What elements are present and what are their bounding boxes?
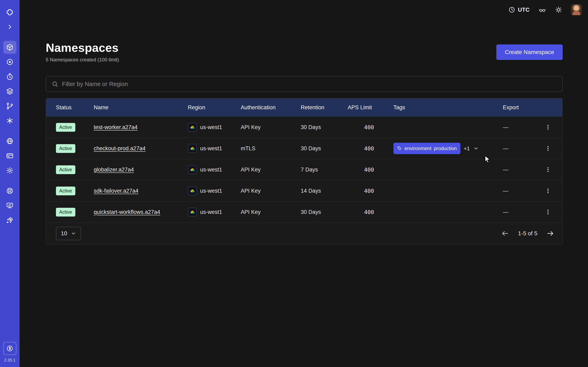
namespace-link[interactable]: test-worker.a27a4 (94, 124, 138, 130)
status-badge: Active (56, 144, 75, 153)
app-version: 2.35.1 (4, 358, 16, 363)
tag-expand-chevron-icon[interactable] (473, 146, 479, 151)
col-export: Export (503, 104, 542, 111)
table-row: Active globalizer.a27a4 us-west1 API Key… (46, 159, 562, 180)
page-title: Namespaces (46, 41, 119, 54)
status-badge: Active (56, 187, 75, 195)
auth-method: API Key (241, 167, 301, 173)
retention-value: 30 Days (301, 145, 348, 152)
namespace-link[interactable]: checkout-prod.a27a4 (94, 145, 146, 151)
col-name: Name (94, 104, 188, 111)
table-footer: 10 1-5 of 5 (46, 222, 562, 244)
chevron-down-icon (71, 231, 76, 236)
sidebar-expand-chevron-icon[interactable] (3, 20, 16, 33)
filter-bar (46, 76, 563, 92)
col-region: Region (188, 104, 241, 111)
main-content: Namespaces 5 Namespaces created (100 lim… (46, 20, 563, 244)
usage-icon[interactable] (3, 342, 16, 355)
status-badge: Active (56, 165, 75, 174)
sidebar-item-billing[interactable] (3, 149, 16, 162)
feedback-glasses-icon[interactable] (538, 6, 546, 13)
col-tags: Tags (393, 104, 503, 111)
sidebar-item-nexus[interactable] (3, 114, 16, 127)
sidebar-item-regions[interactable] (3, 134, 16, 148)
sidebar-item-guides[interactable] (3, 199, 16, 212)
retention-value: 14 Days (301, 188, 348, 194)
table-header: Status Name Region Authentication Retent… (46, 99, 562, 117)
col-authentication: Authentication (241, 104, 301, 111)
page-size-value: 10 (61, 230, 67, 237)
region-label: us-west1 (200, 209, 222, 215)
sidebar-item-support[interactable] (3, 184, 16, 197)
status-badge: Active (56, 208, 75, 217)
retention-value: 30 Days (301, 209, 348, 215)
page-range-label: 1-5 of 5 (518, 230, 537, 237)
auth-method: mTLS (241, 145, 301, 152)
namespaces-table: Status Name Region Authentication Retent… (46, 98, 563, 244)
export-value: — (503, 124, 542, 131)
row-menu-button[interactable] (542, 143, 554, 154)
aps-limit-value: 400 (348, 209, 393, 215)
table-row: Active test-worker.a27a4 us-west1 API Ke… (46, 117, 562, 138)
status-badge: Active (56, 123, 75, 132)
temporal-logo-icon (3, 6, 16, 19)
aps-limit-value: 400 (348, 145, 393, 152)
search-icon (52, 81, 58, 87)
tag-icon (397, 146, 402, 151)
namespace-link[interactable]: globalizer.a27a4 (94, 167, 134, 173)
aps-limit-value: 400 (348, 124, 393, 131)
sidebar-item-namespaces[interactable] (3, 41, 16, 54)
table-row: Active quickstart-workflows.a27a4 us-wes… (46, 201, 562, 222)
sidebar-item-quickstart[interactable] (3, 214, 16, 227)
next-page-button[interactable] (546, 230, 554, 237)
gcp-cloud-icon (188, 208, 197, 217)
region-label: us-west1 (200, 145, 222, 152)
timezone-label: UTC (518, 7, 530, 13)
page-size-select[interactable]: 10 (56, 227, 81, 240)
retention-value: 7 Days (301, 167, 348, 173)
export-value: — (503, 188, 542, 194)
row-menu-button[interactable] (542, 164, 554, 175)
theme-toggle-sun-icon[interactable] (555, 6, 562, 13)
export-value: — (503, 167, 542, 173)
gcp-cloud-icon (188, 144, 197, 153)
tag-key: environment (405, 146, 432, 151)
table-row: Active sdk-failover.a27a4 us-west1 API K… (46, 180, 562, 201)
auth-method: API Key (241, 188, 301, 194)
region-label: us-west1 (200, 124, 222, 131)
aps-limit-value: 400 (348, 188, 393, 194)
table-row: Active checkout-prod.a27a4 us-west1 mTLS… (46, 138, 562, 159)
row-menu-button[interactable] (542, 185, 554, 197)
auth-method: API Key (241, 209, 301, 215)
sidebar: 2.35.1 (0, 0, 20, 367)
sidebar-item-deployments[interactable] (3, 85, 16, 98)
gcp-cloud-icon (188, 123, 197, 132)
namespace-count: 5 Namespaces created (100 limit) (46, 57, 119, 63)
region-label: us-west1 (200, 188, 222, 194)
gcp-cloud-icon (188, 165, 197, 174)
auth-method: API Key (241, 124, 301, 131)
row-menu-button[interactable] (542, 122, 554, 133)
region-label: us-west1 (200, 167, 222, 173)
namespace-link[interactable]: quickstart-workflows.a27a4 (94, 209, 160, 215)
sidebar-item-insights[interactable] (3, 55, 16, 68)
tag-more-count: +1 (464, 145, 470, 152)
aps-limit-value: 400 (348, 167, 393, 173)
sidebar-item-workflows[interactable] (3, 100, 16, 113)
user-avatar[interactable] (571, 4, 582, 15)
col-status: Status (56, 104, 94, 111)
gcp-cloud-icon (188, 186, 197, 195)
row-menu-button[interactable] (542, 206, 554, 218)
prev-page-button[interactable] (501, 230, 509, 237)
sidebar-item-schedules[interactable] (3, 70, 16, 83)
clock-icon (508, 6, 515, 13)
col-aps-limit: APS Limit (348, 104, 393, 111)
tag-value: production (434, 146, 457, 151)
tag-chip[interactable]: environment production (393, 143, 460, 154)
timezone-selector[interactable]: UTC (508, 6, 530, 13)
filter-input[interactable] (62, 81, 557, 87)
namespace-link[interactable]: sdk-failover.a27a4 (94, 188, 138, 194)
sidebar-item-settings[interactable] (3, 164, 16, 177)
create-namespace-button[interactable]: Create Namespace (496, 44, 563, 60)
topbar: UTC (20, 0, 588, 20)
